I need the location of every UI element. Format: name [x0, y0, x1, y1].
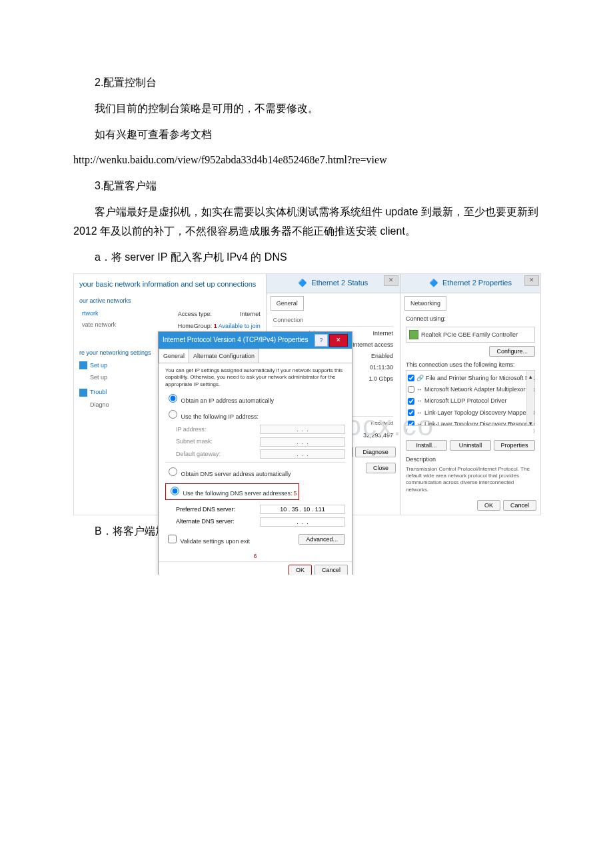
radio-auto-dns[interactable]	[169, 467, 177, 476]
received-label: Received	[371, 419, 393, 428]
close-button[interactable]: Close	[366, 463, 396, 473]
access-type-label: Access type:	[178, 309, 212, 319]
homegroup-label: HomeGroup:	[178, 321, 213, 331]
duration-value: 01:11:30	[370, 362, 393, 373]
radio-static-dns[interactable]	[171, 487, 179, 495]
description-label: Description	[406, 454, 535, 465]
radio-label: Use the following IP address:	[181, 413, 259, 420]
props-title-text: Ethernet 2 Properties	[442, 277, 512, 290]
mark-5: 5	[294, 490, 297, 497]
subnet-input	[260, 437, 345, 447]
close-icon[interactable]: ✕	[329, 334, 348, 346]
networking-tab[interactable]: Networking	[404, 296, 446, 311]
radio-label: Obtain an IP address automatically	[181, 397, 274, 404]
advanced-button[interactable]: Advanced...	[299, 534, 345, 545]
adapter-box: Realtek PCIe GBE Family Controller	[406, 327, 535, 343]
paragraph: 客户端最好是虚拟机，如实在需要以实体机测试需将系统组件 update 到最新，至…	[73, 203, 540, 241]
item-checkbox[interactable]	[408, 398, 414, 405]
item-checkbox[interactable]	[408, 386, 414, 393]
props-title: 🔷 Ethernet 2 Properties ✕	[400, 274, 540, 293]
validate-checkbox-label[interactable]: Validate settings upon exit	[165, 533, 250, 547]
troubleshoot-link[interactable]: Troubl	[90, 387, 107, 397]
ethernet-properties-window: 🔷 Ethernet 2 Properties ✕ Networking Con…	[400, 274, 540, 515]
paragraph: 我们目前的控制台策略是可用的，不需要修改。	[73, 99, 540, 119]
ok-button[interactable]: OK	[477, 500, 500, 511]
setup-icon	[79, 361, 87, 369]
item-checkbox[interactable]	[408, 421, 414, 426]
network-name: rtwork	[82, 308, 116, 319]
setup-sub: Set up	[90, 372, 107, 383]
ip-address-label: IP address:	[176, 424, 206, 435]
screenshot-figure: www.bdocx.co your basic network informat…	[73, 273, 541, 515]
alternate-dns-input[interactable]	[260, 517, 345, 527]
uninstall-button[interactable]: Uninstall	[450, 440, 491, 451]
alternate-dns-label: Alternate DNS server:	[176, 516, 235, 527]
mark-6: 6	[159, 551, 352, 561]
tab-general[interactable]: General	[159, 349, 189, 363]
cancel-button[interactable]: Cancel	[314, 565, 348, 575]
props-icon: 🔷	[429, 277, 438, 290]
validate-checkbox[interactable]	[168, 535, 177, 543]
paragraph: 如有兴趣可查看参考文档	[73, 125, 540, 145]
access-type-value: Internet	[240, 309, 261, 319]
scrollbar[interactable]: ▴▾	[526, 371, 534, 425]
status-tab-general[interactable]: General	[271, 296, 304, 311]
gateway-label: Default gateway:	[176, 449, 221, 459]
homegroup-link[interactable]: 1 Available to join	[214, 321, 261, 331]
scroll-right-icon[interactable]: ⟩	[533, 427, 535, 436]
close-icon[interactable]: ✕	[524, 275, 539, 286]
connection-group: Connection	[273, 315, 393, 326]
status-icon: 🔷	[298, 277, 307, 290]
uses-items-label: This connection uses the following items…	[406, 359, 535, 370]
item-text: File and Printer Sharing for Microsoft N…	[426, 373, 535, 383]
item-text: Microsoft LLDP Protocol Driver	[424, 395, 506, 406]
ipv4-properties-dialog: Internet Protocol Version 4 (TCP/IPv4) P…	[158, 331, 352, 575]
radio-label: Use the following DNS server addresses:	[183, 490, 293, 497]
ok-button[interactable]: OK	[289, 565, 312, 575]
radio-static-ip[interactable]	[169, 410, 177, 419]
network-type: vate network	[82, 319, 116, 330]
install-button[interactable]: Install...	[406, 440, 447, 451]
close-icon[interactable]: ✕	[384, 275, 398, 286]
bytes-recv: 32,293,497	[363, 430, 393, 441]
item-text: Link-Layer Topology Discovery Responder	[424, 419, 535, 426]
preferred-dns-input[interactable]	[260, 505, 345, 514]
connect-using-label: Connect using:	[406, 313, 535, 324]
speed-value: 1.0 Gbps	[368, 373, 393, 384]
item-properties-button[interactable]: Properties	[494, 440, 535, 451]
cancel-button[interactable]: Cancel	[503, 500, 536, 511]
status-title: 🔷 Ethernet 2 Status ✕	[267, 274, 400, 293]
item-text: Link-Layer Topology Discovery Mapper I/O…	[424, 407, 535, 418]
items-list[interactable]: 🔗File and Printer Sharing for Microsoft …	[406, 370, 535, 426]
step-a: a．将 server IP 配入客户机 IPv4 的 DNS	[73, 248, 540, 267]
item-text: Microsoft Network Adapter Multiplexor Pr…	[424, 384, 535, 395]
heading-3: 3.配置客户端	[73, 177, 540, 196]
help-icon[interactable]: ?	[314, 334, 328, 346]
nc-active-networks: our active networks	[79, 295, 261, 306]
troubleshoot-icon	[79, 389, 87, 397]
configure-button[interactable]: Configure...	[489, 346, 535, 357]
adapter-icon	[409, 330, 418, 339]
diagnose-sub: Diagno	[90, 399, 109, 410]
heading-2: 2.配置控制台	[73, 73, 540, 93]
tab-alternate[interactable]: Alternate Configuration	[189, 349, 259, 363]
nc-title: your basic network information and set u…	[79, 278, 261, 291]
preferred-dns-label: Preferred DNS server:	[176, 504, 235, 515]
ipv4-conn-value: Internet	[372, 328, 393, 339]
status-title-text: Ethernet 2 Status	[311, 277, 368, 290]
item-checkbox[interactable]	[408, 375, 414, 381]
url-text: http://wenku.baidu.com/view/f952abda33d4…	[73, 151, 540, 170]
diagnose-button[interactable]: Diagnose	[355, 447, 396, 457]
gateway-input	[260, 449, 345, 459]
item-checkbox[interactable]	[408, 409, 414, 416]
ipv4-desc: You can get IP settings assigned automat…	[165, 367, 345, 388]
ipv4-title-text: Internet Protocol Version 4 (TCP/IPv4) P…	[163, 334, 308, 346]
ip-address-input	[260, 425, 345, 434]
setup-link[interactable]: Set up	[90, 360, 107, 371]
radio-label: Obtain DNS server address automatically	[181, 471, 291, 477]
scroll-left-icon[interactable]: ⟨	[406, 427, 408, 436]
media-state-value: Enabled	[371, 351, 393, 361]
description-text: Transmission Control Protocol/Internet P…	[406, 466, 535, 494]
subnet-label: Subnet mask:	[176, 436, 213, 447]
radio-auto-ip[interactable]	[169, 394, 177, 403]
